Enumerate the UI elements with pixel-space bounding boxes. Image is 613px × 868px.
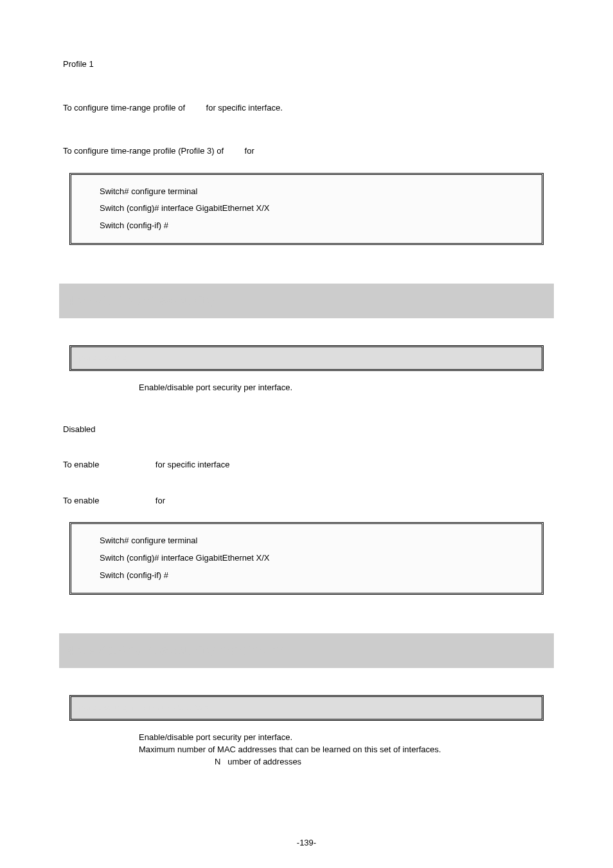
example-post: for xyxy=(153,496,167,505)
param-desc: Maximum number of MAC addresses that can… xyxy=(139,745,550,754)
default-block: Default: Profile 1 xyxy=(63,58,550,71)
param-key: port-security xyxy=(63,383,139,392)
syntax-box-2: port-security maximum <1-1024> xyxy=(69,695,544,721)
usage-pre: To enable xyxy=(63,460,102,469)
usage-text-post: for specific interface. xyxy=(204,103,283,113)
section-title: 4.2.97.15 port-security maximum xyxy=(66,642,285,659)
param-desc: Enable/disable port security per interfa… xyxy=(139,383,550,392)
example-text-post: for xyxy=(242,146,256,156)
default-block-1: Disabled xyxy=(63,423,550,436)
usage-text-bold: PoE xyxy=(188,103,204,113)
example-block: Example: To configure time-range profile… xyxy=(63,145,550,158)
example-text-pre: To configure time-range profile (Profile… xyxy=(63,146,226,156)
usage-text-pre: To configure time-range profile of xyxy=(63,103,188,113)
code-line: Switch (config-if) # poe time-range 3Swi… xyxy=(100,219,537,233)
code-line: Switch (config)# interface GigabitEthern… xyxy=(100,202,537,215)
example-pre: To enable xyxy=(63,496,102,505)
example-text-bold: PoE xyxy=(226,146,242,156)
code-box-1: Switch# configure terminal Switch (confi… xyxy=(69,173,544,245)
page-number: -139- xyxy=(0,838,613,847)
code-box-2: Switch# configure terminal Switch (confi… xyxy=(69,522,544,594)
example-block-1: To enable Port-security for GigabitEther… xyxy=(63,494,550,507)
section-header-port-security-maximum: 4.2.97.15 port-security maximum xyxy=(59,633,554,668)
example-tail: GigabitEthernet X/X. xyxy=(168,496,249,505)
example-text-tail: GigabitEthernet X/X. xyxy=(256,146,337,156)
param-key: maximum xyxy=(63,745,139,754)
param-key: port-security xyxy=(63,732,139,742)
section-title: 4.2.97.14 port-security xyxy=(66,293,215,309)
param-sub-row: <1-1024> N umber of addresses xyxy=(215,757,550,766)
syntax-box-1: port-security xyxy=(69,345,544,371)
example-bold: Port-security xyxy=(102,496,153,505)
usage-post: for specific interface xyxy=(153,460,229,469)
param-desc: Enable/disable port security per interfa… xyxy=(139,732,550,742)
code-line: Switch# configure terminal xyxy=(100,185,537,199)
code-line: Switch (config-if) # port-securitySwitch… xyxy=(100,569,537,583)
parameter-block-2: port-security Enable/disable port securi… xyxy=(63,732,550,766)
profile-line: Profile 1 xyxy=(63,58,550,71)
usage-bold: Port-security xyxy=(102,460,153,469)
code-line: Switch# configure terminal xyxy=(100,534,537,548)
usage-guide-block: Usage Guide: To configure time-range pro… xyxy=(63,102,550,114)
syntax-content: port-security maximum <1-1024> xyxy=(79,703,209,712)
section-header-port-security: 4.2.97.14 port-security xyxy=(59,284,554,318)
parameter-block-1: port-security Enable/disable port securi… xyxy=(63,383,550,392)
param-desc: N umber of addresses xyxy=(215,757,301,766)
page-root: Default: Profile 1 Usage Guide: To confi… xyxy=(0,0,613,868)
default-value: Disabled xyxy=(63,423,550,436)
usage-guide-block-1: To enable Port-security for specific int… xyxy=(63,458,550,471)
syntax-content: port-security xyxy=(79,353,130,363)
code-line: Switch (config)# interface GigabitEthern… xyxy=(100,552,537,565)
